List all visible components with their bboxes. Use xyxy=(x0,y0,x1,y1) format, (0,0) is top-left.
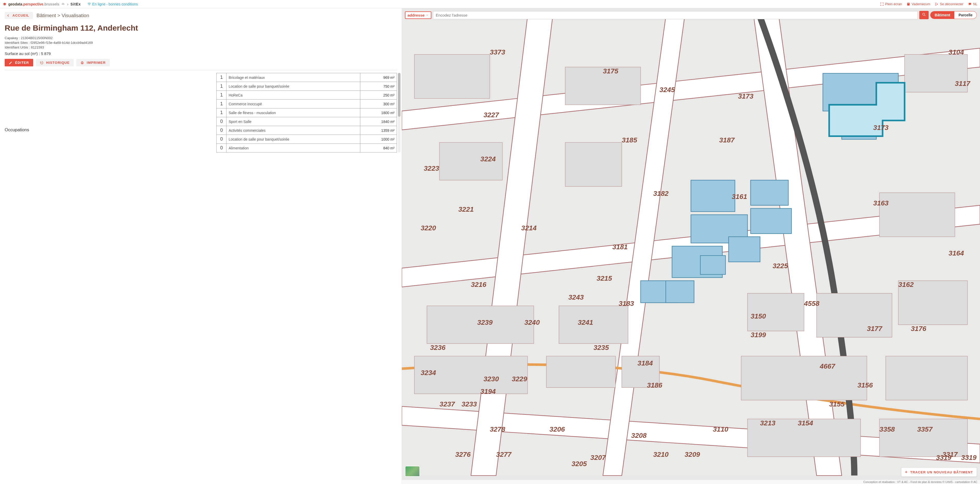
book-icon xyxy=(907,2,910,6)
language-switch[interactable]: NL xyxy=(968,2,977,6)
parcel-label: 3156 xyxy=(858,381,873,389)
parcel-label: 3187 xyxy=(719,136,735,144)
svg-rect-23 xyxy=(886,356,967,400)
table-row[interactable]: 0Alimentation840 m² xyxy=(216,144,397,153)
page-title: Rue de Birmingham 112, Anderlecht xyxy=(5,24,397,32)
details-panel: ACCUEIL Bâtiment > Visualisation Rue de … xyxy=(0,8,402,484)
parcel-label: 3245 xyxy=(659,86,675,94)
parcel-label: 3234 xyxy=(421,369,436,377)
toggle-building[interactable]: Bâtiment xyxy=(931,11,954,19)
parcel-label: 3235 xyxy=(593,344,609,352)
svg-rect-13 xyxy=(565,142,622,186)
svg-rect-27 xyxy=(879,193,955,237)
parcel-label: 3220 xyxy=(421,224,436,232)
parcel-label: 3221 xyxy=(458,205,474,213)
search-button[interactable] xyxy=(919,11,929,19)
parcel-label: 3163 xyxy=(873,199,888,207)
capakey-line: Capakey : 21304B0115/00N002 xyxy=(5,36,397,40)
chevron-down-icon xyxy=(426,13,429,17)
parcel-label: 3185 xyxy=(622,136,637,144)
sitex-id-line: Identifiant Sitex : f2952e96-f15e-4a69-b… xyxy=(5,41,397,45)
toggle-parcel[interactable]: Parcelle xyxy=(954,11,977,19)
chevron-icon: › xyxy=(67,2,68,6)
parcel-label: 3164 xyxy=(948,249,964,257)
table-row[interactable]: 0Sport en Salle1840 m² xyxy=(216,117,397,126)
parcel-label: 3239 xyxy=(477,318,493,326)
parcel-label: 3213 xyxy=(760,419,775,427)
parcel-label: 3319 xyxy=(961,454,976,462)
app-name: SitEx xyxy=(70,2,81,6)
parcel-label: 3240 xyxy=(524,318,539,326)
svg-rect-22 xyxy=(741,356,867,400)
table-row[interactable]: 1Bricolage et matériaux969 m² xyxy=(216,73,397,82)
svg-rect-4 xyxy=(908,3,909,3)
table-scrollbar[interactable] xyxy=(398,73,401,153)
svg-point-8 xyxy=(923,13,925,15)
parcel-label: 3277 xyxy=(496,451,512,459)
back-button[interactable]: ACCUEIL xyxy=(5,12,33,19)
print-button[interactable]: IMPRIMER xyxy=(76,59,110,67)
parcel-label: 3237 xyxy=(439,400,455,408)
parcel-label: 3184 xyxy=(638,359,653,367)
parcel-label: 3227 xyxy=(484,111,499,119)
parcel-label: 3225 xyxy=(773,262,788,270)
parcel-label: 3183 xyxy=(619,299,634,307)
parcel-label: 3173 xyxy=(738,92,753,100)
connection-status: En ligne - bonnes conditions xyxy=(88,2,138,6)
svg-rect-17 xyxy=(546,356,616,387)
svg-rect-6 xyxy=(82,62,83,62)
parcel-label: 3224 xyxy=(480,155,496,163)
logo-text: geodata.perspective.brussels xyxy=(8,2,59,6)
parcel-label: 3233 xyxy=(461,400,477,408)
parcel-label: 4558 xyxy=(804,299,819,307)
parcel-label: 3236 xyxy=(430,344,445,352)
map-panel: addresse Bâtiment Parcelle xyxy=(402,8,980,484)
logout-icon xyxy=(935,2,939,6)
parcel-label: 3162 xyxy=(898,281,913,288)
parcel-label: 3230 xyxy=(484,375,499,383)
svg-rect-10 xyxy=(414,54,490,99)
table-row[interactable]: 1HoReCa250 m² xyxy=(216,91,397,100)
header-actions: Plein écran Vademecum Se déconnecter NL xyxy=(880,2,977,6)
table-row[interactable]: 1Location de salle pour banquet/soirée75… xyxy=(216,82,397,91)
table-row[interactable]: 0Location de salle pour banquet/soirée10… xyxy=(216,135,397,144)
parcel-label: 3186 xyxy=(647,381,662,389)
address-input[interactable] xyxy=(433,11,918,19)
parcel-label: 3205 xyxy=(571,460,587,468)
search-mode-select[interactable]: addresse xyxy=(405,11,431,19)
pencil-icon xyxy=(9,61,13,65)
basemap-thumbnail[interactable] xyxy=(405,466,420,477)
search-icon xyxy=(922,13,926,17)
parcel-label: 3373 xyxy=(490,48,505,56)
occupations-table: 1Bricolage et matériaux969 m²1Location d… xyxy=(216,73,397,153)
svg-rect-15 xyxy=(559,306,628,344)
chevron-left-icon xyxy=(7,14,10,17)
map-canvas[interactable]: 3373310431753245317331173227318531873173… xyxy=(402,8,980,484)
parcel-label: 3150 xyxy=(751,312,766,320)
parcel-label: 3181 xyxy=(612,243,628,251)
trace-building-button[interactable]: + TRACER UN NOUVEAU BÂTIMENT xyxy=(901,467,977,477)
parcel-label: 3216 xyxy=(471,281,486,288)
svg-rect-30 xyxy=(691,180,735,212)
parcel-label: 3209 xyxy=(684,451,700,459)
parcel-label: 3243 xyxy=(568,293,584,301)
parcel-label: 3194 xyxy=(480,387,496,395)
breadcrumb: Bâtiment > Visualisation xyxy=(37,13,89,18)
fullscreen-icon xyxy=(880,2,884,6)
table-row[interactable]: 1Salle de fitness - musculation1800 m² xyxy=(216,108,397,117)
history-button[interactable]: HISTORIQUE xyxy=(36,59,74,67)
parcel-label: 3161 xyxy=(732,193,747,201)
table-row[interactable]: 0Activités commerciales1359 m² xyxy=(216,126,397,135)
parcel-label: 3177 xyxy=(867,325,883,333)
parcel-label: 3241 xyxy=(578,318,593,326)
parcel-label: 3182 xyxy=(653,189,668,197)
parcel-label: 3229 xyxy=(512,375,527,383)
parcel-label: 3357 xyxy=(917,425,933,433)
svg-rect-38 xyxy=(729,237,760,262)
logout-button[interactable]: Se déconnecter xyxy=(935,2,963,6)
edit-button[interactable]: ÉDITER xyxy=(5,59,33,67)
vademecum-button[interactable]: Vademecum xyxy=(907,2,930,6)
fullscreen-button[interactable]: Plein écran xyxy=(880,2,902,6)
wifi-icon xyxy=(88,2,91,6)
table-row[interactable]: 1Commerce inoccupé300 m² xyxy=(216,100,397,108)
